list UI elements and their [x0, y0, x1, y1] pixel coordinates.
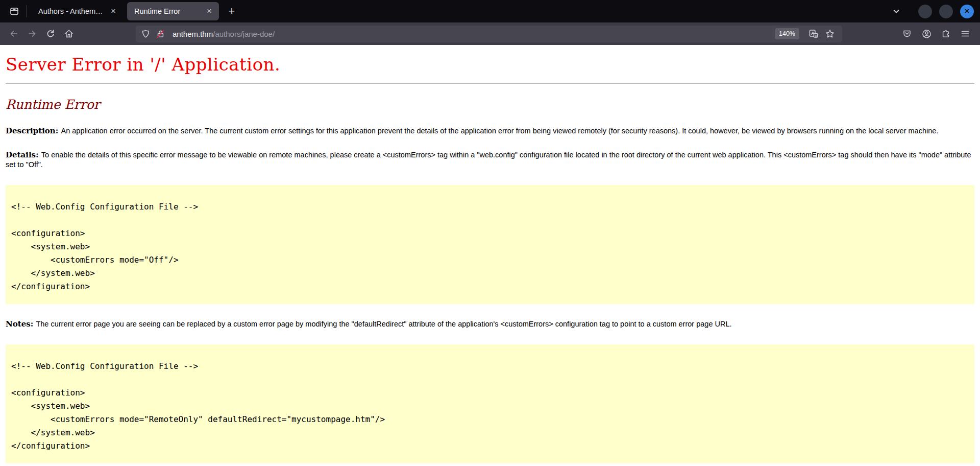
close-icon[interactable]: ×	[204, 6, 215, 17]
svg-text:a: a	[815, 34, 817, 37]
url-text: anthem.thm/authors/jane-doe/	[173, 30, 275, 38]
window-controls: ×	[918, 5, 974, 18]
menu-hamburger-icon[interactable]	[958, 26, 973, 41]
tab-title: Runtime Error	[134, 7, 201, 15]
url-domain: anthem.thm	[173, 30, 213, 38]
url-bar[interactable]: anthem.thm/authors/jane-doe/ 140% A a	[136, 26, 842, 42]
insecure-lock-icon[interactable]	[156, 29, 165, 39]
description-paragraph: Description: An application error occurr…	[6, 126, 973, 136]
browser-navbar: anthem.thm/authors/jane-doe/ 140% A a	[0, 22, 980, 45]
description-label: Description:	[6, 126, 61, 135]
notes-label: Notes:	[6, 319, 36, 329]
tab-runtime-error[interactable]: Runtime Error ×	[127, 2, 219, 20]
toolbar-right-icons	[899, 26, 975, 41]
zoom-level-badge[interactable]: 140%	[775, 28, 799, 39]
notes-paragraph: Notes: The current error page you are se…	[6, 319, 973, 329]
account-icon[interactable]	[919, 26, 934, 41]
code-block-custom-errors-off: <!-- Web.Config Configuration File --> <…	[6, 185, 974, 304]
tab-separator	[27, 5, 27, 17]
tab-title: Authors - Anthem.com	[38, 7, 105, 15]
new-tab-button[interactable]: +	[223, 3, 240, 20]
browser-titlebar: Authors - Anthem.com × Runtime Error × +…	[0, 0, 980, 22]
description-text: An application error occurred on the ser…	[61, 127, 939, 135]
minimize-button[interactable]	[918, 5, 932, 18]
code-block-default-redirect: <!-- Web.Config Configuration File --> <…	[6, 344, 974, 463]
forward-icon[interactable]	[23, 25, 41, 42]
close-icon[interactable]: ×	[108, 6, 119, 17]
page-title: Server Error in '/' Application.	[6, 54, 980, 75]
bookmark-star-icon[interactable]	[823, 27, 837, 41]
url-path: /authors/jane-doe/	[213, 30, 275, 38]
home-icon[interactable]	[60, 25, 78, 42]
divider	[6, 83, 974, 84]
reload-icon[interactable]	[42, 25, 59, 42]
error-page-content: Server Error in '/' Application. Runtime…	[0, 45, 980, 466]
details-text: To enable the details of this specific e…	[6, 151, 971, 169]
extensions-icon[interactable]	[938, 26, 953, 41]
notes-text: The current error page you are seeing ca…	[36, 320, 731, 328]
error-subtitle: Runtime Error	[6, 97, 980, 112]
back-icon[interactable]	[5, 25, 22, 42]
maximize-button[interactable]	[939, 5, 953, 18]
translate-icon[interactable]: A a	[806, 27, 821, 41]
firefox-view-icon[interactable]	[5, 2, 23, 20]
pocket-icon[interactable]	[899, 26, 915, 41]
shield-icon[interactable]	[141, 29, 151, 39]
close-window-button[interactable]: ×	[960, 5, 974, 18]
details-paragraph: Details: To enable the details of this s…	[6, 150, 973, 170]
details-label: Details:	[6, 150, 41, 159]
chevron-down-icon[interactable]	[888, 3, 905, 20]
tab-authors-anthem[interactable]: Authors - Anthem.com ×	[31, 2, 123, 20]
